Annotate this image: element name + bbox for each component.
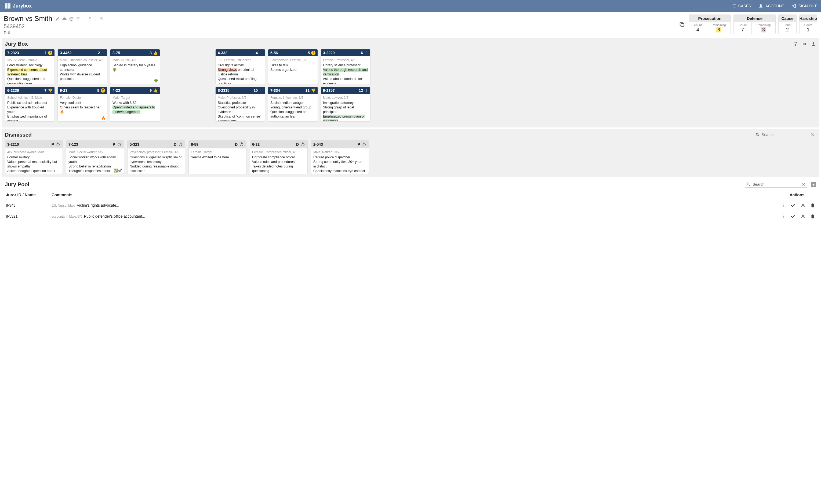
- copy-icon[interactable]: [679, 21, 685, 27]
- close-icon[interactable]: [801, 214, 805, 219]
- svg-point-18: [783, 206, 784, 207]
- card-body: 3/5, Female, InfluencerCivil rights acti…: [215, 56, 265, 84]
- counter-label: Remaining: [757, 23, 771, 27]
- skip-left-icon[interactable]: [802, 41, 807, 47]
- dismissed-card[interactable]: 2-543PMale, Retired, 3/5Retired police d…: [311, 140, 369, 174]
- note-line: Social media manager: [270, 101, 315, 105]
- nav-account[interactable]: ACCOUNT: [758, 3, 784, 8]
- juror-card[interactable]: 8-233510Male, Professor, 3/5Statistics p…: [215, 87, 265, 122]
- pool-juror-id: 8-343: [6, 203, 52, 207]
- undo-icon[interactable]: [361, 142, 366, 147]
- card-emoji: 🌳: [154, 79, 158, 83]
- counter-cell: Count4: [689, 22, 707, 34]
- card-body: Female, Compliance officer, 4/5Corporate…: [250, 148, 307, 174]
- upload-icon[interactable]: [87, 16, 92, 21]
- note-line: Experience with troubled youth: [7, 105, 52, 114]
- jurybox-section: Jury Box 7-23231?3/5, Student, FemaleGra…: [2, 38, 819, 127]
- juror-card[interactable]: 6-22367👎School Admin, 4/5, MalePublic sc…: [5, 87, 55, 122]
- undo-icon[interactable]: [56, 142, 60, 147]
- more-icon[interactable]: [781, 214, 786, 219]
- juror-id: 9-23: [60, 88, 67, 93]
- seat-number: 3: [149, 51, 152, 55]
- edit-icon[interactable]: [55, 16, 60, 21]
- juror-card[interactable]: 4-33243/5, Female, InfluencerCivil right…: [215, 49, 265, 84]
- card-body: School Admin, 4/5, MalePublic school adm…: [5, 94, 54, 122]
- add-juror-button[interactable]: +: [811, 182, 816, 187]
- undo-icon[interactable]: [117, 142, 122, 147]
- trash-icon[interactable]: [810, 214, 815, 219]
- juror-meta: Male, Target: [112, 96, 158, 100]
- juror-meta: Female, Compliance officer, 4/5: [252, 150, 305, 154]
- nav-signout[interactable]: SIGN OUT: [791, 3, 817, 8]
- nav-cases[interactable]: CASES: [731, 3, 751, 8]
- trash-icon[interactable]: [810, 203, 815, 208]
- more-icon[interactable]: [781, 203, 786, 208]
- dismissed-card[interactable]: 3-2210P4/5, business owner, MaleFormer m…: [5, 140, 63, 174]
- juror-card[interactable]: 7-33411👎Female, Influencer, 1/5Social me…: [268, 87, 318, 122]
- more-icon[interactable]: [101, 51, 105, 55]
- juror-card[interactable]: 3-22296Female, Professor, 4/5Library sci…: [320, 49, 370, 84]
- juror-id: 7-334: [270, 88, 280, 93]
- juror-card[interactable]: 9-235712Male, Lawyer, 2/5Immigration att…: [320, 87, 370, 122]
- seat-number: 8: [97, 88, 99, 93]
- download-icon[interactable]: [793, 41, 798, 47]
- pool-header-row: Juror ID / Name Comments Actions: [5, 190, 816, 200]
- counter-title: Defense: [734, 15, 775, 22]
- dismissed-card[interactable]: 5-323DPsychology professor, Female, 4/5Q…: [127, 140, 185, 174]
- seat-number: 12: [359, 88, 363, 93]
- seat-number: 7: [44, 88, 46, 93]
- upload-all-icon[interactable]: [811, 41, 816, 47]
- counter-box: CauseCount2: [778, 14, 796, 34]
- undo-icon[interactable]: [178, 142, 183, 147]
- check-icon[interactable]: [790, 214, 796, 219]
- more-icon[interactable]: [364, 51, 368, 55]
- highlighted-note: Openminded and appears to reserve judgem…: [112, 105, 155, 114]
- more-icon[interactable]: [259, 89, 263, 92]
- pool-juror-id: 8-5321: [6, 214, 52, 218]
- svg-point-10: [261, 89, 261, 90]
- undo-icon[interactable]: [239, 142, 244, 147]
- counter-cell: Count7: [734, 22, 751, 34]
- juror-card[interactable]: 3-753👍Male, Nurse, 4/5Served in military…: [110, 49, 160, 84]
- dismissed-search[interactable]: [754, 132, 816, 138]
- juror-id: 8-2335: [218, 88, 229, 93]
- dismissed-search-input[interactable]: [762, 133, 809, 137]
- dismissed-header: 7-123P: [66, 140, 124, 148]
- counter-value: 2: [783, 27, 791, 33]
- juror-id: 7-2323: [7, 51, 19, 55]
- counter-cell: Remaining6: [707, 22, 731, 34]
- pool-search-input[interactable]: [753, 182, 800, 187]
- pool-search[interactable]: [745, 181, 807, 188]
- juror-card[interactable]: 7-23231?3/5, Student, FemaleGrad student…: [5, 49, 55, 84]
- globe-icon[interactable]: [69, 16, 74, 21]
- dismissed-card[interactable]: 8-89DFemale, TargetSeems excited to be h…: [188, 140, 246, 174]
- juror-card[interactable]: 5-565?Salesperson, Female, 2/5Likes to t…: [268, 49, 318, 84]
- juror-id: 2-543: [313, 142, 323, 147]
- seat-number: 2: [98, 51, 100, 55]
- juror-card[interactable]: 4-239👍Male, TargetWorks with 8-89Openmin…: [110, 87, 160, 122]
- juror-meta: 3/5, Student, Female: [7, 58, 52, 62]
- dismissed-card[interactable]: 6-32DFemale, Compliance officer, 4/5Corp…: [250, 140, 308, 174]
- pool-actions: [761, 203, 815, 208]
- juror-card[interactable]: 3-44522Male, Guidance counselor, 4/5High…: [57, 49, 107, 84]
- case-toolbar: [55, 16, 104, 22]
- card-body: Male, Retired, 3/5Retired police dispatc…: [311, 148, 368, 174]
- more-icon[interactable]: [364, 89, 368, 92]
- more-icon[interactable]: [259, 51, 263, 55]
- svg-point-21: [783, 217, 784, 218]
- check-icon[interactable]: [790, 203, 796, 208]
- sort-icon[interactable]: [76, 16, 81, 21]
- list-small-icon[interactable]: [99, 16, 104, 21]
- pool-comment-text: Public defender's office accountant...: [84, 214, 145, 218]
- logo-text: Jurybox: [13, 3, 32, 9]
- note-line: Corporate compliance officer: [252, 155, 305, 160]
- close-icon[interactable]: [801, 203, 805, 208]
- clear-icon[interactable]: [810, 132, 815, 137]
- app-logo[interactable]: Jurybox: [4, 2, 32, 9]
- cloud-icon[interactable]: [62, 16, 67, 21]
- undo-icon[interactable]: [300, 142, 305, 147]
- clear-icon[interactable]: [801, 182, 806, 187]
- counter-value: 1: [804, 27, 812, 33]
- juror-card[interactable]: 9-238?Female, DoctorVery confidentOthers…: [57, 87, 107, 122]
- dismissed-card[interactable]: 7-123PMale, Social worker, 5/5Social wor…: [66, 140, 124, 174]
